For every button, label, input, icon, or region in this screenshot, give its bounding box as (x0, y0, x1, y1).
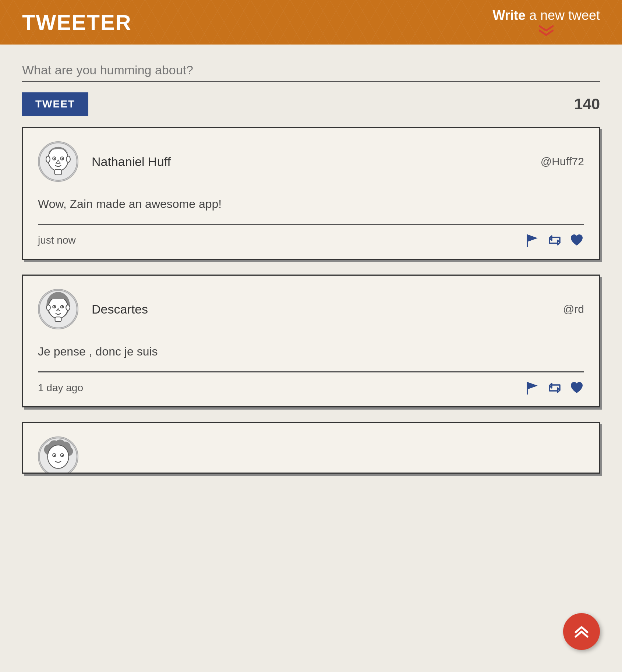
tweet-actions (525, 233, 584, 248)
svg-marker-21 (527, 382, 538, 389)
svg-point-29 (47, 445, 68, 468)
svg-point-32 (54, 455, 55, 456)
tweet-actions (525, 381, 584, 395)
svg-point-33 (62, 455, 63, 456)
tweet-header: Nathaniel Huff @Huff72 (38, 141, 584, 182)
compose-area: TWEET 140 (0, 45, 622, 127)
tweet-handle: @Huff72 (541, 155, 584, 168)
heart-icon[interactable] (569, 381, 584, 395)
chevrons-up-icon (572, 622, 591, 641)
tweet-header: Descartes @rd (38, 289, 584, 329)
tweet-card: Nathaniel Huff @Huff72 Wow, Zain made an… (22, 127, 600, 260)
char-count: 140 (574, 95, 600, 113)
tweet-name-row: Descartes @rd (92, 302, 584, 316)
flag-icon[interactable] (525, 381, 540, 395)
tweet-footer: just now (38, 224, 584, 248)
retweet-icon[interactable] (547, 233, 562, 248)
tweet-body: Wow, Zain made an awesome app! (38, 195, 584, 213)
tweet-partial-header (38, 436, 584, 474)
svg-point-20 (66, 305, 70, 311)
svg-point-18 (62, 306, 63, 308)
tweet-button[interactable]: TWEET (22, 92, 88, 116)
write-bold: Write (493, 8, 526, 23)
avatar (38, 436, 78, 474)
svg-point-8 (66, 156, 70, 162)
scroll-to-top-button[interactable] (563, 613, 600, 650)
retweet-icon[interactable] (547, 381, 562, 395)
tweet-handle: @rd (563, 303, 584, 315)
svg-rect-22 (527, 382, 528, 395)
svg-marker-9 (527, 234, 538, 242)
heart-icon[interactable] (569, 233, 584, 248)
write-tweet-label: Write a new tweet (493, 7, 600, 23)
write-tweet-section[interactable]: Write a new tweet (493, 7, 600, 37)
compose-actions: TWEET 140 (22, 92, 600, 116)
tweet-user-name: Descartes (92, 302, 148, 316)
svg-rect-2 (54, 169, 61, 175)
svg-rect-10 (527, 234, 528, 247)
tweet-body: Je pense , donc je suis (38, 343, 584, 360)
tweet-user-name: Nathaniel Huff (92, 155, 171, 169)
app-header: TWEETER Write a new tweet (0, 0, 622, 45)
flag-icon[interactable] (525, 233, 540, 248)
tweets-list: Nathaniel Huff @Huff72 Wow, Zain made an… (0, 127, 622, 474)
write-rest: a new tweet (526, 8, 600, 23)
tweet-card: Descartes @rd Je pense , donc je suis 1 … (22, 275, 600, 407)
svg-point-1 (48, 148, 68, 171)
app-logo: TWEETER (22, 10, 132, 35)
svg-point-7 (46, 156, 50, 162)
tweet-time: just now (38, 234, 76, 246)
tweet-time: 1 day ago (38, 382, 83, 394)
avatar (38, 141, 78, 182)
avatar (38, 289, 78, 329)
svg-point-19 (46, 305, 50, 311)
svg-rect-14 (55, 317, 61, 322)
svg-point-17 (54, 306, 55, 308)
svg-point-6 (62, 158, 63, 160)
tweet-footer: 1 day ago (38, 371, 584, 395)
svg-point-5 (54, 158, 55, 160)
tweet-card-partial (22, 422, 600, 474)
tweet-name-row: Nathaniel Huff @Huff72 (92, 155, 584, 169)
compose-input[interactable] (22, 59, 600, 82)
chevron-down-icon[interactable] (493, 25, 600, 37)
